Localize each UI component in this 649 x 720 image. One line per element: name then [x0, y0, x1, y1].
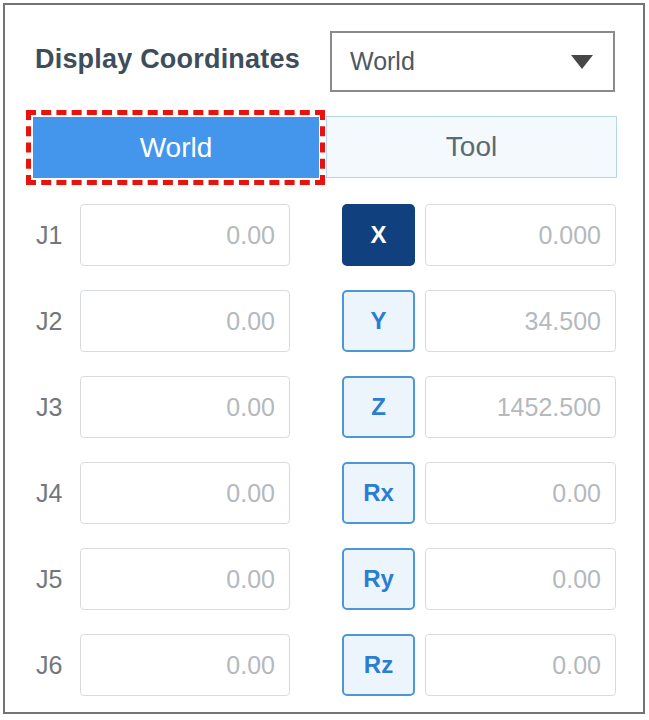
axis-value-text: 1452.500 — [426, 377, 601, 437]
joint-value-text: 0.00 — [81, 463, 275, 523]
joint-value-text: 0.00 — [81, 377, 275, 437]
axis-button-rz[interactable]: Rz — [342, 634, 415, 696]
joint-value-text: 0.00 — [81, 549, 275, 609]
joint-value-input[interactable]: 0.00 — [80, 204, 290, 266]
coordinate-row-j2: J2 0.00 Y 34.500 — [0, 290, 649, 352]
axis-button-ry[interactable]: Ry — [342, 548, 415, 610]
joint-value-input[interactable]: 0.00 — [80, 290, 290, 352]
axis-value-input[interactable]: 0.00 — [425, 462, 616, 524]
axis-button-y[interactable]: Y — [342, 290, 415, 352]
axis-value-text: 0.00 — [426, 549, 601, 609]
joint-label: J4 — [36, 462, 70, 524]
coordinate-row-j1: J1 0.00 X 0.000 — [0, 204, 649, 266]
axis-value-text: 0.00 — [426, 463, 601, 523]
tab-tool[interactable]: Tool — [326, 116, 617, 178]
coordinate-row-j5: J5 0.00 Ry 0.00 — [0, 548, 649, 610]
joint-label: J2 — [36, 290, 70, 352]
axis-value-input[interactable]: 1452.500 — [425, 376, 616, 438]
tab-world[interactable]: World — [33, 117, 319, 178]
joint-value-text: 0.00 — [81, 205, 275, 265]
axis-value-input[interactable]: 0.00 — [425, 634, 616, 696]
axis-value-text: 34.500 — [426, 291, 601, 351]
axis-button-rx[interactable]: Rx — [342, 462, 415, 524]
dropdown-selected-value: World — [350, 33, 415, 90]
coordinate-row-j3: J3 0.00 Z 1452.500 — [0, 376, 649, 438]
coordinate-display-panel: Display Coordinates World World Tool J1 … — [0, 0, 649, 720]
axis-value-text: 0.00 — [426, 635, 601, 695]
axis-value-input[interactable]: 34.500 — [425, 290, 616, 352]
joint-value-text: 0.00 — [81, 635, 275, 695]
coordinate-system-dropdown[interactable]: World — [330, 31, 615, 92]
joint-value-input[interactable]: 0.00 — [80, 376, 290, 438]
coordinate-row-j6: J6 0.00 Rz 0.00 — [0, 634, 649, 696]
axis-value-input[interactable]: 0.00 — [425, 548, 616, 610]
joint-label: J5 — [36, 548, 70, 610]
coordinate-row-j4: J4 0.00 Rx 0.00 — [0, 462, 649, 524]
joint-coordinate-rows: J1 0.00 X 0.000 J2 0.00 Y 34.500 J3 0.00… — [0, 204, 649, 720]
display-coordinates-label: Display Coordinates — [35, 44, 300, 75]
joint-label: J3 — [36, 376, 70, 438]
joint-value-input[interactable]: 0.00 — [80, 462, 290, 524]
joint-value-text: 0.00 — [81, 291, 275, 351]
axis-button-z[interactable]: Z — [342, 376, 415, 438]
joint-value-input[interactable]: 0.00 — [80, 634, 290, 696]
joint-label: J1 — [36, 204, 70, 266]
axis-button-x[interactable]: X — [342, 204, 415, 266]
axis-value-input[interactable]: 0.000 — [425, 204, 616, 266]
joint-value-input[interactable]: 0.00 — [80, 548, 290, 610]
caret-down-icon — [571, 55, 593, 69]
axis-value-text: 0.000 — [426, 205, 601, 265]
joint-label: J6 — [36, 634, 70, 696]
